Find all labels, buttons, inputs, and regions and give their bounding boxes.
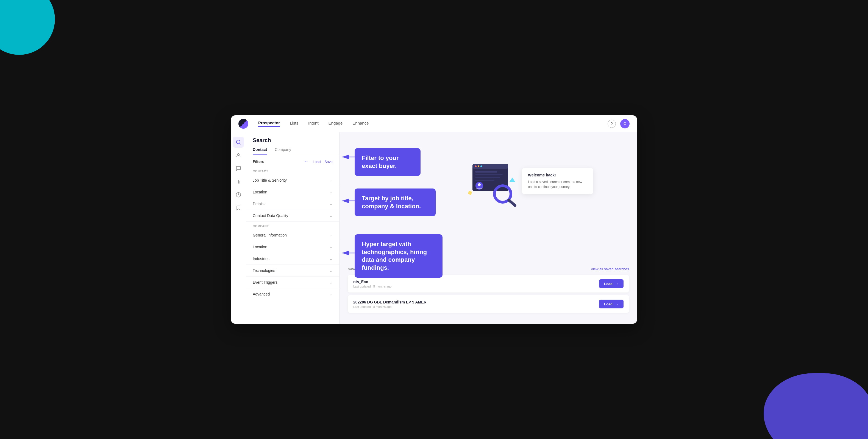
save-filter-button[interactable]: Save bbox=[324, 160, 333, 164]
chevron-down-icon: ⌄ bbox=[329, 257, 333, 261]
svg-rect-14 bbox=[475, 177, 500, 178]
search-title: Search bbox=[253, 137, 333, 143]
top-nav: Prospector Lists Intent Engage Enhance ?… bbox=[231, 115, 637, 132]
nav-links: Prospector Lists Intent Engage Enhance bbox=[258, 121, 369, 127]
filter-industries-label: Industries bbox=[253, 257, 270, 261]
filter-job-title-label: Job Title & Seniority bbox=[253, 178, 287, 182]
saved-search-name-1: 202206 DG GBL Demandism EP 5 AMER bbox=[353, 300, 427, 304]
tooltip-jobtitle-text: Target by job title, company & location. bbox=[362, 195, 429, 210]
sidebar-saved[interactable] bbox=[233, 202, 244, 213]
sidebar-history[interactable] bbox=[233, 189, 244, 200]
filter-technologies-label: Technologies bbox=[253, 268, 275, 273]
teal-circle bbox=[0, 0, 55, 55]
purple-blob bbox=[764, 373, 868, 439]
svg-rect-21 bbox=[468, 191, 472, 195]
filter-details[interactable]: Details ⌄ bbox=[246, 198, 339, 210]
saved-search-name-0: nts_Eco bbox=[353, 279, 392, 284]
filter-location-contact[interactable]: Location ⌄ bbox=[246, 186, 339, 198]
tab-company[interactable]: Company bbox=[275, 147, 291, 155]
filter-actions: ← Load Save bbox=[304, 159, 333, 164]
filter-event-triggers[interactable]: Event Triggers ⌄ bbox=[246, 277, 339, 289]
view-all-searches-link[interactable]: View all saved searches bbox=[591, 267, 629, 271]
filter-contact-quality-label: Contact Data Quality bbox=[253, 213, 288, 218]
tooltip-hyper: Hyper target with technographics, hiring… bbox=[354, 234, 442, 278]
filter-location-label: Location bbox=[253, 190, 267, 194]
sidebar-contacts[interactable] bbox=[233, 150, 244, 161]
tab-contact[interactable]: Contact bbox=[253, 147, 267, 155]
welcome-card: Welcome back! Load a saved search or cre… bbox=[522, 168, 593, 194]
app-window: Prospector Lists Intent Engage Enhance ?… bbox=[231, 115, 637, 324]
nav-intent[interactable]: Intent bbox=[308, 121, 319, 127]
chevron-down-icon: ⌄ bbox=[329, 233, 333, 237]
contact-section-label: Contact bbox=[246, 167, 339, 174]
svg-point-2 bbox=[237, 154, 239, 155]
saved-search-info-1: 202206 DG GBL Demandism EP 5 AMER Last u… bbox=[353, 300, 427, 308]
welcome-title: Welcome back! bbox=[528, 173, 587, 177]
filter-advanced[interactable]: Advanced ⌄ bbox=[246, 289, 339, 300]
filter-job-title[interactable]: Job Title & Seniority ⌄ bbox=[246, 174, 339, 186]
filter-technologies[interactable]: Technologies ⌄ bbox=[246, 265, 339, 277]
main-content: Filter to your exact buyer. Target by jo… bbox=[340, 132, 637, 324]
contact-company-tabs: Contact Company bbox=[246, 147, 339, 155]
sidebar-search[interactable] bbox=[233, 137, 244, 147]
nav-prospector[interactable]: Prospector bbox=[258, 121, 280, 127]
svg-point-11 bbox=[480, 165, 482, 167]
filter-general-info[interactable]: General Information ⌄ bbox=[246, 229, 339, 241]
svg-line-19 bbox=[509, 200, 515, 205]
saved-search-info-0: nts_Eco Last updated · 5 months ago bbox=[353, 279, 392, 288]
svg-line-1 bbox=[239, 143, 240, 144]
svg-rect-15 bbox=[475, 180, 494, 181]
filter-arrow-icon: ← bbox=[304, 159, 309, 164]
load-search-button-0[interactable]: Load bbox=[599, 279, 623, 288]
filter-details-label: Details bbox=[253, 202, 265, 206]
filter-header: Search Contact Company bbox=[246, 132, 339, 155]
filter-general-info-label: General Information bbox=[253, 233, 287, 237]
chevron-down-icon: ⌄ bbox=[329, 292, 333, 296]
icon-sidebar bbox=[231, 132, 246, 324]
nav-enhance[interactable]: Enhance bbox=[352, 121, 369, 127]
user-avatar[interactable]: C bbox=[620, 119, 629, 128]
help-button[interactable]: ? bbox=[608, 120, 616, 128]
svg-rect-12 bbox=[475, 171, 497, 173]
company-section-label: Company bbox=[246, 222, 339, 229]
chevron-down-icon: ⌄ bbox=[329, 190, 333, 194]
sidebar-messages[interactable] bbox=[233, 163, 244, 174]
tooltip-hyper-text: Hyper target with technographics, hiring… bbox=[362, 240, 435, 272]
illustration bbox=[467, 161, 522, 209]
chevron-down-icon: ⌄ bbox=[329, 213, 333, 218]
app-logo[interactable] bbox=[239, 119, 248, 129]
filter-advanced-label: Advanced bbox=[253, 292, 270, 296]
main-layout: Search Contact Company Filters ← Load Sa… bbox=[231, 132, 637, 324]
nav-lists[interactable]: Lists bbox=[290, 121, 298, 127]
svg-rect-13 bbox=[475, 174, 503, 175]
svg-point-9 bbox=[475, 165, 476, 167]
chevron-down-icon: ⌄ bbox=[329, 178, 333, 182]
saved-search-item-1: 202206 DG GBL Demandism EP 5 AMER Last u… bbox=[348, 295, 629, 313]
tooltip-filter: Filter to your exact buyer. bbox=[354, 148, 421, 176]
saved-search-meta-1: Last updated · 8 months ago bbox=[353, 305, 427, 308]
filter-location-company-label: Location bbox=[253, 245, 267, 249]
nav-engage[interactable]: Engage bbox=[329, 121, 343, 127]
svg-point-17 bbox=[478, 183, 481, 186]
chevron-down-icon: ⌄ bbox=[329, 268, 333, 273]
chevron-down-icon: ⌄ bbox=[329, 280, 333, 284]
chevron-down-icon: ⌄ bbox=[329, 245, 333, 249]
filter-contact-data-quality[interactable]: Contact Data Quality ⌄ bbox=[246, 210, 339, 222]
svg-marker-20 bbox=[509, 177, 515, 182]
filters-label: Filters bbox=[253, 160, 264, 164]
load-search-button-1[interactable]: Load bbox=[599, 300, 623, 308]
filters-bar: Filters ← Load Save bbox=[246, 155, 339, 167]
nav-right: ? C bbox=[608, 119, 629, 128]
tooltip-jobtitle: Target by job title, company & location. bbox=[354, 189, 436, 216]
sidebar-analytics[interactable] bbox=[233, 176, 244, 187]
load-filter-button[interactable]: Load bbox=[313, 160, 320, 164]
filter-list: Contact Job Title & Seniority ⌄ Location… bbox=[246, 167, 339, 324]
saved-search-meta-0: Last updated · 5 months ago bbox=[353, 285, 392, 288]
filter-industries[interactable]: Industries ⌄ bbox=[246, 253, 339, 265]
welcome-text: Load a saved search or create a new one … bbox=[528, 179, 587, 189]
filter-sidebar: Search Contact Company Filters ← Load Sa… bbox=[246, 132, 340, 324]
tooltip-filter-text: Filter to your exact buyer. bbox=[362, 154, 413, 170]
svg-point-10 bbox=[478, 165, 479, 167]
filter-location-company[interactable]: Location ⌄ bbox=[246, 241, 339, 253]
chevron-down-icon: ⌄ bbox=[329, 202, 333, 206]
